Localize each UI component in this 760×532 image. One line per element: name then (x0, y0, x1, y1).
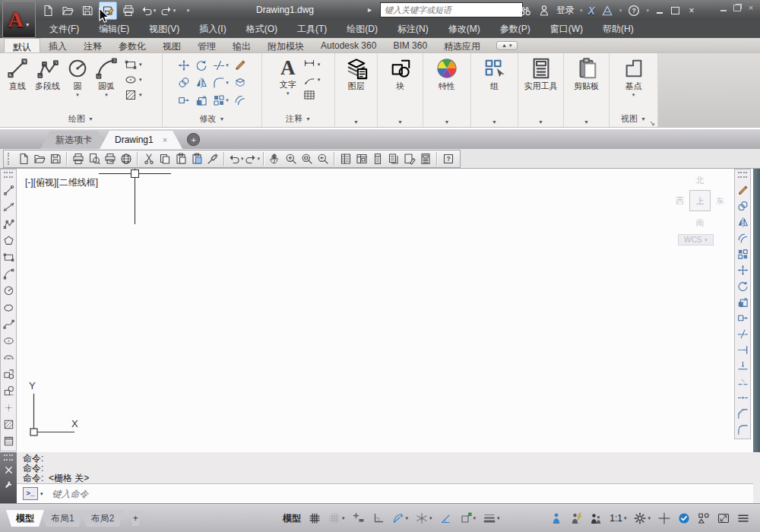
new-drawing-button[interactable]: + (187, 133, 200, 146)
doc-minimize-button[interactable] (719, 3, 728, 12)
application-menu-button[interactable]: A▼ (2, 1, 36, 38)
trim-button[interactable] (736, 328, 749, 340)
viewcube-south[interactable]: 南 (669, 217, 731, 229)
command-window-grip[interactable] (4, 454, 13, 461)
exchange-apps-icon[interactable]: X (588, 5, 595, 17)
insblock-button[interactable] (2, 369, 14, 380)
panel-label-utilities[interactable]: ▼ (518, 119, 563, 125)
chevron-down-icon[interactable]: ▾ (619, 8, 622, 14)
viewport-controls[interactable]: [-][俯视][二维线框] (25, 176, 98, 189)
cut-button[interactable] (141, 151, 157, 166)
workspace-switching-button[interactable]: ▾ (632, 511, 652, 526)
model-paper-toggle[interactable]: 模型 (281, 511, 302, 527)
menu-item[interactable]: 插入(I) (189, 20, 236, 39)
clean-screen-button[interactable] (716, 511, 731, 526)
command-customize-button[interactable] (4, 480, 14, 489)
block-button[interactable]: 块 (386, 55, 415, 93)
properties-button[interactable] (338, 151, 353, 166)
help-button[interactable]: ? (441, 151, 456, 166)
redo-button[interactable]: ▾ (245, 151, 261, 166)
matchprop-button[interactable] (205, 151, 220, 166)
menu-item[interactable]: 视图(V) (139, 20, 189, 39)
group-button[interactable]: 组 (480, 55, 509, 93)
preview-button[interactable] (87, 151, 102, 166)
ribbon-tab[interactable]: 精选应用 (435, 38, 489, 52)
sign-in-button[interactable]: 登录 (556, 4, 575, 17)
copyclip-button[interactable] (157, 151, 173, 166)
qat-undo-button[interactable]: ▾ (140, 2, 157, 19)
hatch-button[interactable]: ▾ (125, 89, 142, 101)
scale-button[interactable] (736, 296, 749, 308)
menu-item[interactable]: 文件(F) (40, 20, 89, 39)
ellipsearc-button[interactable] (2, 352, 14, 363)
annotation-scale-button[interactable]: 1:1▾ (608, 511, 628, 525)
toolbar-grip[interactable] (738, 172, 747, 178)
annotation-scale-indicator[interactable] (588, 511, 603, 526)
arc-button[interactable] (2, 268, 14, 280)
file-tab-drawing1[interactable]: Drawing1 × (100, 131, 182, 149)
layout1-tab[interactable]: 布局1 (41, 510, 84, 527)
model-tab[interactable]: 模型 (6, 510, 44, 527)
qat-plot-button[interactable] (120, 2, 137, 19)
rectangle-button[interactable] (2, 252, 14, 263)
circle-button[interactable]: 圆▾ (63, 55, 92, 98)
offset-button[interactable] (234, 94, 246, 106)
polygon-button[interactable] (2, 235, 14, 246)
ellipse-button[interactable]: ▾ (125, 74, 142, 86)
menu-item[interactable]: 编辑(E) (89, 20, 139, 39)
scale-button[interactable] (195, 94, 207, 106)
stretch-button[interactable] (178, 94, 190, 106)
panel-label-layers[interactable]: ▼ (335, 119, 377, 125)
isolate-objects-button[interactable] (696, 511, 711, 526)
qat-save-button[interactable] (79, 2, 96, 19)
polyline-button[interactable]: 多段线 (32, 55, 63, 98)
file-tab-new[interactable]: 新选项卡 (40, 131, 107, 149)
text-button[interactable]: A 文字 ▾ (277, 55, 299, 97)
circle-button[interactable] (2, 285, 14, 296)
tab-close-icon[interactable]: × (163, 135, 167, 144)
mirror-button[interactable] (195, 77, 207, 89)
ribbon-tab[interactable]: 默认 (4, 38, 40, 52)
ribbon-tab[interactable]: BIM 360 (385, 38, 435, 52)
fillet-button[interactable]: ▾ (213, 77, 229, 89)
clipboard-button[interactable]: 剪贴板 (571, 55, 602, 93)
object-snap-toggle[interactable]: ▾ (458, 511, 478, 526)
plot-button[interactable] (103, 151, 118, 166)
ribbon-tab[interactable]: 注释 (75, 38, 110, 52)
qat-new-button[interactable] (40, 2, 56, 19)
chamfer-button[interactable] (736, 408, 749, 420)
hatch-button[interactable] (2, 419, 14, 430)
doc-restore-button[interactable] (733, 3, 742, 12)
move-button[interactable] (736, 264, 749, 276)
panel-label-draw[interactable]: 绘图▼ (0, 113, 162, 125)
ribbon-tab[interactable]: Autodesk 360 (312, 38, 385, 52)
infer-constraints-toggle[interactable] (351, 511, 366, 526)
annotation-autoscale-to​ggle[interactable] (568, 511, 584, 526)
rectangle-button[interactable]: ▾ (125, 59, 142, 71)
basepoint-button[interactable]: 基点 ▾ (619, 55, 648, 98)
offset-button[interactable] (736, 233, 749, 244)
array-button[interactable]: ▾ (213, 94, 229, 106)
leader-button[interactable]: ▾ (303, 74, 321, 86)
panel-label-groups[interactable]: ▼ (471, 119, 518, 125)
autodesk-360-icon[interactable] (600, 4, 614, 17)
stretch-button[interactable] (736, 312, 749, 324)
layers-button[interactable]: 图层 (342, 55, 371, 93)
break-button[interactable] (736, 376, 749, 388)
ribbon-tab[interactable]: 视图 (154, 38, 189, 52)
zoomrt-button[interactable] (283, 151, 299, 166)
undo-button[interactable]: ▾ (228, 151, 244, 166)
menu-item[interactable]: 修改(M) (439, 20, 490, 39)
grid-display-toggle[interactable] (307, 511, 322, 526)
minimize-button[interactable] (654, 5, 665, 17)
trim-button[interactable]: ▾ (213, 59, 229, 71)
revcloud-button[interactable] (2, 302, 14, 313)
drawing-canvas[interactable]: [-][俯视][二维线框] 北 西 上 东 南 WCS▾ Y X (0, 169, 760, 452)
markup-button[interactable] (402, 151, 417, 166)
search-input[interactable] (380, 2, 523, 17)
copy-button[interactable] (736, 201, 749, 212)
user-icon[interactable] (537, 4, 551, 17)
copy-button[interactable] (178, 77, 190, 89)
new-button[interactable] (16, 151, 31, 166)
table-button[interactable] (303, 89, 321, 101)
